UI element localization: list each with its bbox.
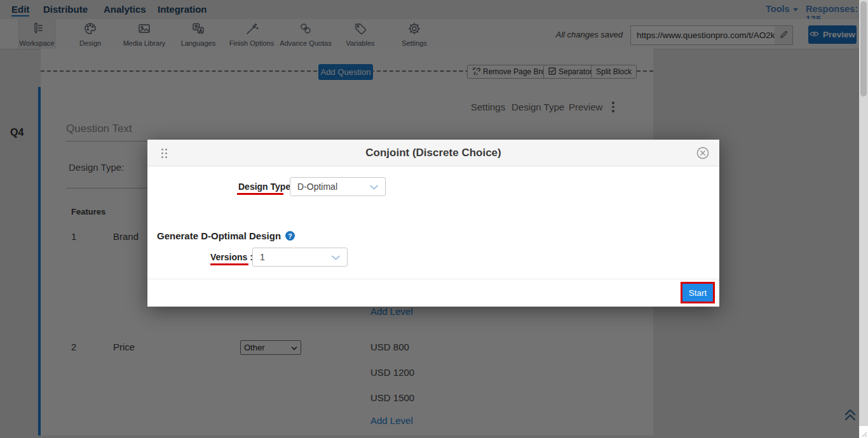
versions-red-underline <box>210 263 248 265</box>
conjoint-modal: Conjoint (Discrete Choice) Design Type D… <box>147 140 719 307</box>
help-icon[interactable]: ? <box>285 231 295 241</box>
design-type-red-underline <box>237 193 283 195</box>
drag-handle-icon[interactable] <box>161 149 167 158</box>
start-button-highlight: Start <box>681 282 715 303</box>
generate-section-title: Generate D-Optimal Design ? <box>157 230 295 241</box>
design-type-dropdown[interactable]: D-Optimal <box>290 177 386 196</box>
app-window: Edit Distribute Analytics Integration To… <box>0 0 868 438</box>
modal-design-type-label: Design Type <box>238 182 290 192</box>
start-button[interactable]: Start <box>682 284 713 302</box>
versions-label: Versions : <box>210 252 253 262</box>
scrollbar-thumb[interactable] <box>860 1 867 96</box>
modal-title: Conjoint (Discrete Choice) <box>147 140 719 166</box>
scrollbar-corner <box>859 426 868 438</box>
modal-footer-divider <box>147 279 719 279</box>
chevron-down-icon <box>370 182 378 192</box>
versions-dropdown[interactable]: 1 <box>252 248 348 267</box>
chevron-down-icon <box>332 252 340 262</box>
close-icon[interactable] <box>696 147 709 159</box>
